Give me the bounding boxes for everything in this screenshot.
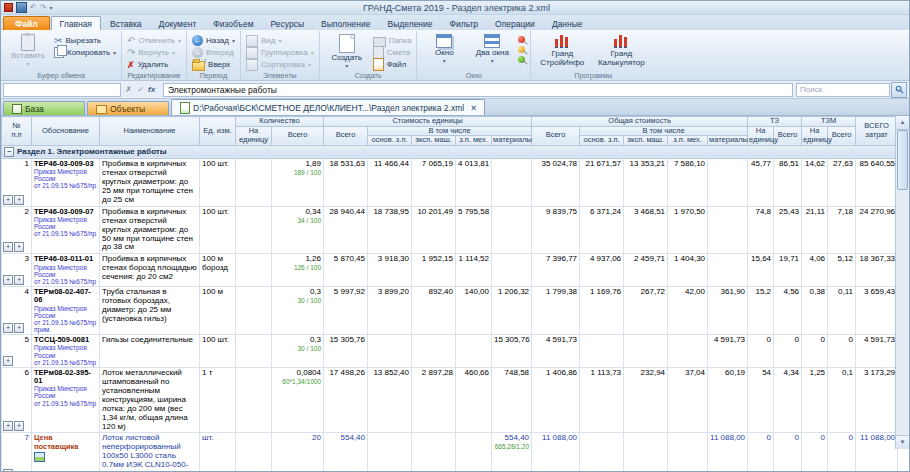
- cell-basis[interactable]: Цена поставщика: [32, 433, 100, 472]
- cell-tz-total[interactable]: 4,56: [774, 287, 802, 335]
- ribbon-tab-10[interactable]: Данные: [544, 17, 591, 30]
- cell-basis[interactable]: ТЕР46-03-011-01Приказ Минстроя Россииот …: [32, 254, 100, 287]
- two-windows-button[interactable]: Два окна ▾: [470, 33, 514, 64]
- cell-tz-per-unit[interactable]: 45,77: [748, 158, 774, 206]
- cell-totalcost-exp[interactable]: 2 459,71: [624, 254, 668, 287]
- cell-unitcost-zpm[interactable]: 1 114,52: [456, 254, 492, 287]
- cell-grand-total[interactable]: 11 088,00: [856, 433, 898, 472]
- cell-num[interactable]: 6++: [2, 367, 32, 433]
- forward-button[interactable]: → Вперед: [192, 47, 235, 58]
- cell-unitcost-exp[interactable]: 892,40: [412, 287, 456, 335]
- cell-totalcost-total[interactable]: 4 591,73: [532, 335, 580, 368]
- cell-qty-total[interactable]: 0,3434 / 100: [272, 206, 324, 254]
- cell-tz-total[interactable]: 25,43: [774, 206, 802, 254]
- cell-tzm-total[interactable]: 0,11: [828, 287, 856, 335]
- cell-totalcost-exp[interactable]: [624, 335, 668, 368]
- cell-totalcost-mat[interactable]: [708, 206, 748, 254]
- ribbon-tab-7[interactable]: Выделение: [380, 17, 441, 30]
- cell-totalcost-zpm[interactable]: 1 404,30: [668, 254, 708, 287]
- cell-qty-per-unit[interactable]: [236, 254, 272, 287]
- cell-totalcost-total[interactable]: 9 839,75: [532, 206, 580, 254]
- cell-name[interactable]: Пробивка в кирпичных стенах отверстий кр…: [100, 158, 200, 206]
- ribbon-tab-2[interactable]: Вставка: [102, 17, 150, 30]
- cell-unitcost-total[interactable]: 554,40: [324, 433, 368, 472]
- cell-totalcost-exp[interactable]: 267,72: [624, 287, 668, 335]
- cell-totalcost-mat[interactable]: [708, 158, 748, 206]
- cell-tzm-per-unit[interactable]: 4,06: [802, 254, 828, 287]
- new-estimate-button[interactable]: Смета: [373, 47, 412, 58]
- cell-tzm-total[interactable]: 5,12: [828, 254, 856, 287]
- qat-dropdown-icon[interactable]: ▾: [49, 4, 52, 11]
- cell-grand-total[interactable]: 24 270,96: [856, 206, 898, 254]
- green-pin-icon[interactable]: [518, 56, 525, 63]
- new-folder-button[interactable]: Папка: [373, 35, 412, 46]
- scroll-up-icon[interactable]: ▲: [896, 116, 909, 130]
- cell-unitcost-exp[interactable]: 10 201,49: [412, 206, 456, 254]
- cell-basis[interactable]: ТЕРм08-02-395-01Приказ Минстроя Россииот…: [32, 367, 100, 433]
- tab-objects[interactable]: Объекты: [87, 101, 169, 115]
- ribbon-tab-5[interactable]: Ресурсы: [263, 17, 313, 30]
- cell-num[interactable]: 3++: [2, 254, 32, 287]
- formula-input[interactable]: Электромонтажные работы: [163, 83, 793, 97]
- cell-name[interactable]: Гильзы соединительные: [100, 335, 200, 368]
- undo-button[interactable]: ↶ Отменить ▾: [127, 35, 181, 46]
- cell-basis[interactable]: ТССЦ-509-0081Приказ Минстроя Россииот 21…: [32, 335, 100, 368]
- cell-totalcost-zpm[interactable]: [668, 335, 708, 368]
- cell-totalcost-osn[interactable]: [580, 433, 624, 472]
- cell-totalcost-zpm[interactable]: 37,04: [668, 367, 708, 433]
- cell-unitcost-osn[interactable]: 3 899,20: [368, 287, 412, 335]
- cell-unitcost-mat[interactable]: 1 206,32: [492, 287, 532, 335]
- cell-grand-total[interactable]: 85 640,55: [856, 158, 898, 206]
- cell-qty-total[interactable]: 1,89189 / 100: [272, 158, 324, 206]
- cell-totalcost-exp[interactable]: 3 468,51: [624, 206, 668, 254]
- cell-unit[interactable]: 100 шт.: [200, 335, 236, 368]
- cell-totalcost-zpm[interactable]: 42,00: [668, 287, 708, 335]
- cell-tzm-per-unit[interactable]: 0,38: [802, 287, 828, 335]
- cell-qty-total[interactable]: 0,330 / 100: [272, 287, 324, 335]
- cell-totalcost-total[interactable]: 1 799,38: [532, 287, 580, 335]
- redo-icon[interactable]: ↷: [40, 3, 47, 12]
- cell-qty-per-unit[interactable]: [236, 158, 272, 206]
- cell-unitcost-osn[interactable]: [368, 335, 412, 368]
- expand-row-button[interactable]: +: [14, 242, 24, 252]
- cell-unitcost-exp[interactable]: 2 897,28: [412, 367, 456, 433]
- copy-button[interactable]: Копировать ▾: [54, 47, 116, 58]
- new-file-button[interactable]: Файл: [373, 59, 412, 70]
- cell-totalcost-mat[interactable]: 11 088,00: [708, 433, 748, 472]
- cell-totalcost-total[interactable]: 1 406,86: [532, 367, 580, 433]
- cell-num[interactable]: 2++: [2, 206, 32, 254]
- cell-name[interactable]: Пробивка в кирпичных стенах борозд площа…: [100, 254, 200, 287]
- expand-row-button[interactable]: +: [3, 195, 13, 205]
- cell-unit[interactable]: 100 шт.: [200, 158, 236, 206]
- cell-tzm-per-unit[interactable]: 0: [802, 433, 828, 472]
- cell-basis[interactable]: ТЕРм08-02-407-06Приказ Минстроя Россииот…: [32, 287, 100, 335]
- cell-unitcost-mat[interactable]: 748,58: [492, 367, 532, 433]
- cell-tzm-total[interactable]: 0: [828, 335, 856, 368]
- cell-totalcost-total[interactable]: 35 024,78: [532, 158, 580, 206]
- cell-unitcost-zpm[interactable]: 140,00: [456, 287, 492, 335]
- cell-tz-total[interactable]: 0: [774, 433, 802, 472]
- cell-unitcost-osn[interactable]: 3 918,30: [368, 254, 412, 287]
- cell-basis[interactable]: ТЕР46-03-009-07Приказ Минстроя Россииот …: [32, 206, 100, 254]
- cell-tz-total[interactable]: 0: [774, 335, 802, 368]
- expand-row-button[interactable]: +: [14, 323, 24, 333]
- cell-totalcost-total[interactable]: 11 088,00: [532, 433, 580, 472]
- cell-qty-per-unit[interactable]: [236, 287, 272, 335]
- expand-row-button[interactable]: +: [14, 275, 24, 285]
- ribbon-tab-1[interactable]: Главная: [51, 16, 101, 30]
- cell-grand-total[interactable]: 3 659,43: [856, 287, 898, 335]
- cell-totalcost-exp[interactable]: 13 353,21: [624, 158, 668, 206]
- cell-qty-per-unit[interactable]: [236, 367, 272, 433]
- create-button[interactable]: Создать ▾: [325, 33, 369, 69]
- cell-totalcost-mat[interactable]: 60,19: [708, 367, 748, 433]
- cell-unitcost-mat[interactable]: 15 305,76: [492, 335, 532, 368]
- ribbon-tab-6[interactable]: Выполнение: [313, 17, 378, 30]
- ribbon-tab-8[interactable]: Фильтр: [442, 17, 487, 30]
- cell-totalcost-mat[interactable]: [708, 254, 748, 287]
- paste-button[interactable]: Вставить ▾: [6, 33, 50, 67]
- cell-tzm-total[interactable]: 0,1: [828, 367, 856, 433]
- search-input[interactable]: Поиск: [796, 83, 890, 97]
- cell-qty-per-unit[interactable]: [236, 206, 272, 254]
- cell-tz-per-unit[interactable]: 0: [748, 433, 774, 472]
- vertical-scrollbar[interactable]: ▲ ▼: [895, 116, 909, 449]
